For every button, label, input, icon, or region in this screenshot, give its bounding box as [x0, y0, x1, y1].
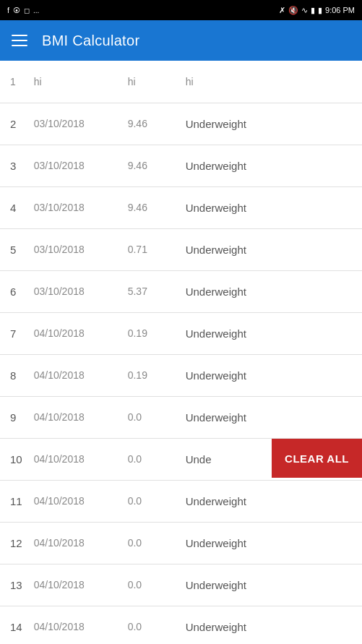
row-number: 5: [0, 228, 28, 270]
row-number: 3: [0, 145, 28, 186]
row-status: Underweight: [180, 312, 362, 354]
time-display: 9:06 PM: [325, 6, 355, 14]
row-number: 1: [0, 61, 28, 103]
signal-icon: ▮: [311, 6, 315, 15]
bluetooth-icon: ✗: [279, 6, 285, 15]
row-bmi: 0.19: [122, 354, 180, 396]
status-bar: f ⦿ ◻ ... ✗ 🔇 ∿ ▮ ▮ 9:06 PM: [0, 0, 362, 20]
row-bmi: 5.37: [122, 270, 180, 312]
row-date: 04/10/2018: [28, 354, 122, 396]
row-status: Underweight: [180, 564, 362, 606]
row-status: Underweight: [180, 606, 362, 644]
row-number: 13: [0, 564, 28, 606]
row-bmi: hi: [122, 61, 180, 103]
battery-icon: ▮: [318, 6, 322, 15]
status-left-icons: f ⦿ ◻ ...: [7, 6, 39, 14]
row-status: Underweight: [180, 480, 362, 522]
row-status: Underweight: [180, 186, 362, 228]
row-status: hi: [180, 61, 362, 103]
row-bmi: 9.46: [122, 145, 180, 186]
hamburger-line-3: [12, 45, 27, 46]
table-row: 603/10/20185.37Underweight: [0, 270, 362, 312]
hamburger-menu-button[interactable]: [12, 35, 27, 46]
clear-all-button[interactable]: CLEAR ALL: [272, 439, 362, 478]
row-date: 03/10/2018: [28, 228, 122, 270]
row-date: 03/10/2018: [28, 145, 122, 186]
row-bmi: 0.0: [122, 480, 180, 522]
instagram-icon: ◻: [24, 7, 30, 14]
table-row: 1404/10/20180.0Underweight: [0, 606, 362, 644]
row-status: Underweight: [180, 103, 362, 145]
row-date: 03/10/2018: [28, 103, 122, 145]
dots-icon: ...: [33, 7, 39, 14]
table-row: 1104/10/20180.0Underweight: [0, 480, 362, 522]
row-date: hi: [28, 61, 122, 103]
bmi-table: 1hihihi203/10/20189.46Underweight303/10/…: [0, 61, 362, 644]
row-number: 14: [0, 606, 28, 644]
table-row: 1hihihi: [0, 61, 362, 103]
row-date: 03/10/2018: [28, 270, 122, 312]
row-number: 10: [0, 438, 28, 480]
fb-messenger-icon: ⦿: [13, 7, 20, 14]
row-date: 04/10/2018: [28, 396, 122, 438]
fb-icon: f: [7, 6, 9, 14]
row-bmi: 0.0: [122, 606, 180, 644]
row-bmi: 0.0: [122, 396, 180, 438]
row-date: 04/10/2018: [28, 312, 122, 354]
row-bmi: 0.0: [122, 564, 180, 606]
row-date: 04/10/2018: [28, 522, 122, 564]
app-title: BMI Calculator: [42, 33, 139, 49]
row-number: 6: [0, 270, 28, 312]
row-bmi: 0.19: [122, 312, 180, 354]
row-status: Underweight: [180, 522, 362, 564]
table-row: 303/10/20189.46Underweight: [0, 145, 362, 186]
row-bmi: 0.0: [122, 522, 180, 564]
table-row: 1304/10/20180.0Underweight: [0, 564, 362, 606]
table-row: 203/10/20189.46Underweight: [0, 103, 362, 145]
row-status: Underweight: [180, 396, 362, 438]
table-row: 403/10/20189.46Underweight: [0, 186, 362, 228]
row-status: Underweight: [180, 354, 362, 396]
mute-icon: 🔇: [288, 6, 298, 15]
row-status: Underweight: [180, 228, 362, 270]
hamburger-line-1: [12, 35, 27, 36]
wifi-icon: ∿: [301, 6, 308, 15]
status-right-icons: ✗ 🔇 ∿ ▮ ▮ 9:06 PM: [279, 6, 355, 15]
hamburger-line-2: [12, 40, 27, 41]
row-number: 8: [0, 354, 28, 396]
table-row: 1204/10/20180.0Underweight: [0, 522, 362, 564]
row-date: 04/10/2018: [28, 438, 122, 480]
app-bar: BMI Calculator: [0, 20, 362, 61]
row-date: 04/10/2018: [28, 606, 122, 644]
row-bmi: 9.46: [122, 103, 180, 145]
table-row: 904/10/20180.0Underweight: [0, 396, 362, 438]
table-row: 704/10/20180.19Underweight: [0, 312, 362, 354]
table-row: 804/10/20180.19Underweight: [0, 354, 362, 396]
row-status: Underweight: [180, 145, 362, 186]
row-number: 7: [0, 312, 28, 354]
row-number: 2: [0, 103, 28, 145]
row-number: 9: [0, 396, 28, 438]
row-bmi: 0.0: [122, 438, 180, 480]
row-date: 04/10/2018: [28, 564, 122, 606]
row-date: 04/10/2018: [28, 480, 122, 522]
row-number: 12: [0, 522, 28, 564]
row-bmi: 0.71: [122, 228, 180, 270]
row-number: 4: [0, 186, 28, 228]
row-number: 11: [0, 480, 28, 522]
row-status: Underweight: [180, 270, 362, 312]
bmi-table-container: 1hihihi203/10/20189.46Underweight303/10/…: [0, 61, 362, 644]
row-date: 03/10/2018: [28, 186, 122, 228]
row-bmi: 9.46: [122, 186, 180, 228]
table-row: 503/10/20180.71Underweight: [0, 228, 362, 270]
